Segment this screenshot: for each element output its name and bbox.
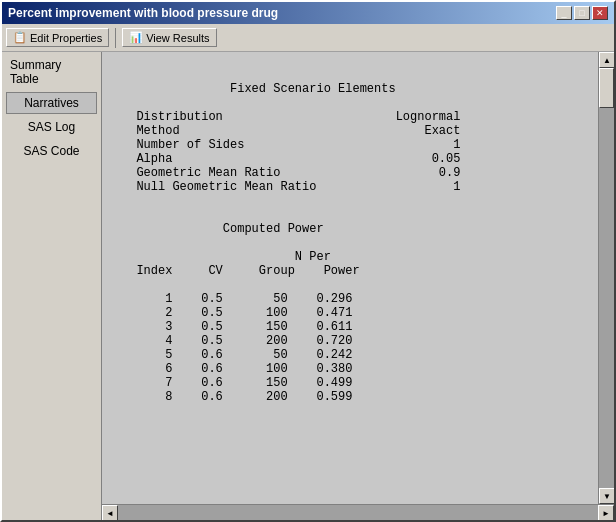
fixed-row-distribution: Distribution Lognormal	[122, 110, 460, 124]
scroll-down-button[interactable]: ▼	[599, 488, 614, 504]
toolbar: 📋 Edit Properties 📊 View Results	[2, 24, 614, 52]
fixed-scenario-title: Fixed Scenario Elements	[180, 82, 396, 96]
fixed-row-null-gmr: Null Geometric Mean Ratio 1	[122, 180, 460, 194]
main-content: Summary Table Narratives SAS Log SAS Cod…	[2, 52, 614, 520]
scroll-container[interactable]: Fixed Scenario Elements Distribution Log…	[102, 52, 598, 504]
minimize-button[interactable]: _	[556, 6, 572, 20]
edit-properties-button[interactable]: 📋 Edit Properties	[6, 28, 109, 47]
sidebar-item-sas-code[interactable]: SAS Code	[6, 140, 97, 162]
sidebar-section-label: Summary Table	[6, 56, 97, 88]
scroll-right-button[interactable]: ►	[598, 505, 614, 520]
computed-power-row-1: 1 0.5 50 0.296	[122, 292, 352, 306]
sidebar-item-sas-log[interactable]: SAS Log	[6, 116, 97, 138]
fixed-row-method: Method Exact	[122, 124, 460, 138]
vertical-scrollbar: ▲ ▼	[598, 52, 614, 504]
view-results-button[interactable]: 📊 View Results	[122, 28, 216, 47]
scroll-track-horizontal[interactable]	[118, 505, 598, 520]
fixed-row-sides: Number of Sides 1	[122, 138, 460, 152]
main-window: Percent improvement with blood pressure …	[0, 0, 616, 522]
view-results-icon: 📊	[129, 31, 143, 44]
horizontal-scrollbar: ◄ ►	[102, 504, 614, 520]
toolbar-separator	[115, 28, 116, 48]
computed-power-row-2: 2 0.5 100 0.471	[122, 306, 352, 320]
computed-power-row-8: 8 0.6 200 0.599	[122, 390, 352, 404]
computed-power-row-7: 7 0.6 150 0.499	[122, 376, 352, 390]
fixed-row-gmr: Geometric Mean Ratio 0.9	[122, 166, 460, 180]
maximize-button[interactable]: □	[574, 6, 590, 20]
computed-power-row-3: 3 0.5 150 0.611	[122, 320, 352, 334]
computed-power-title: Computed Power	[122, 222, 324, 236]
title-bar: Percent improvement with blood pressure …	[2, 2, 614, 24]
edit-properties-label: Edit Properties	[30, 32, 102, 44]
computed-power-row-4: 4 0.5 200 0.720	[122, 334, 352, 348]
content-area: Fixed Scenario Elements Distribution Log…	[102, 52, 614, 520]
sidebar-item-narratives[interactable]: Narratives	[6, 92, 97, 114]
scroll-up-button[interactable]: ▲	[599, 52, 614, 68]
close-button[interactable]: ✕	[592, 6, 608, 20]
title-buttons: _ □ ✕	[556, 6, 608, 20]
view-results-label: View Results	[146, 32, 209, 44]
computed-power-headers: N Per Index CV Group Power	[122, 250, 360, 278]
scroll-thumb-vertical[interactable]	[599, 68, 614, 108]
computed-power-row-6: 6 0.6 100 0.380	[122, 362, 352, 376]
sidebar: Summary Table Narratives SAS Log SAS Cod…	[2, 52, 102, 520]
scroll-track-vertical[interactable]	[599, 68, 614, 488]
scroll-left-button[interactable]: ◄	[102, 505, 118, 520]
fixed-row-alpha: Alpha 0.05	[122, 152, 460, 166]
report-content: Fixed Scenario Elements Distribution Log…	[102, 52, 598, 504]
computed-power-row-5: 5 0.6 50 0.242	[122, 348, 352, 362]
window-title: Percent improvement with blood pressure …	[8, 6, 278, 20]
edit-properties-icon: 📋	[13, 31, 27, 44]
